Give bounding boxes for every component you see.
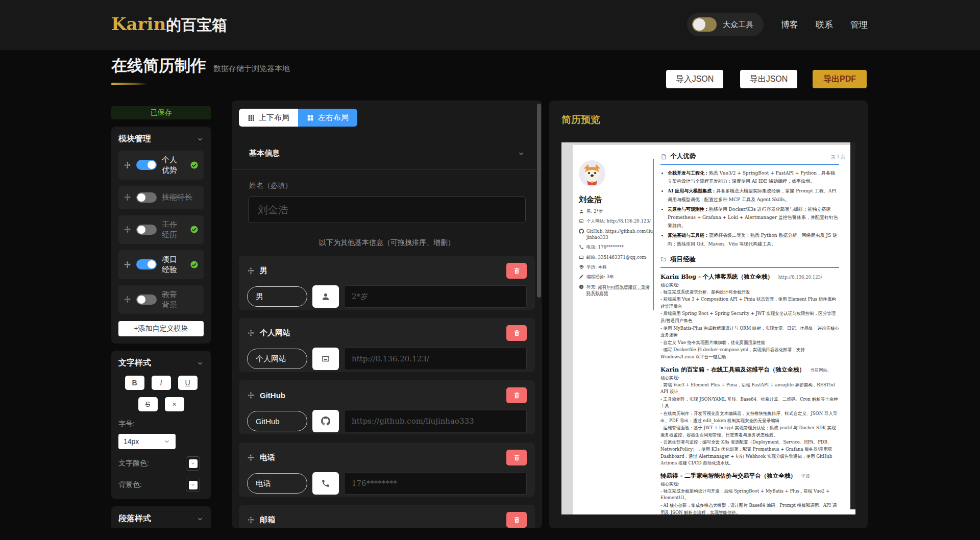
brand-rest-text: 的百宝箱 [166, 16, 227, 33]
field-label-input[interactable] [247, 286, 307, 307]
resume-detail-row: GitHub: https://github.com/liujinhao333 [579, 228, 653, 241]
tab-label: 左右布局 [318, 113, 349, 122]
nav-link-blog[interactable]: 博客 [781, 19, 798, 31]
module-toggle[interactable] [136, 160, 157, 170]
resume-detail-row: 男: 2*岁 [579, 208, 653, 214]
module-toggle[interactable] [136, 259, 157, 269]
preview-title: 简历预览 [561, 113, 855, 127]
export-pdf-button[interactable]: 导出PDF [813, 70, 867, 88]
field-value-input[interactable] [344, 348, 527, 370]
field-label-input[interactable] [247, 349, 307, 369]
font-size-select[interactable]: 14px [118, 434, 176, 449]
trash-icon [513, 267, 521, 275]
module-toggle[interactable] [136, 192, 157, 203]
module-label: 技能特长 [162, 192, 192, 202]
drag-handle-icon[interactable] [247, 267, 255, 275]
advantage-section-header: 个人优势 [660, 152, 839, 165]
drag-handle-icon[interactable] [247, 391, 255, 399]
brand-logo[interactable]: Karin的百宝箱 [111, 14, 227, 36]
text-color-label: 文字颜色: [118, 459, 149, 468]
bg-color-picker[interactable] [186, 478, 200, 492]
resume-detail-row: 电话: 176******** [579, 244, 653, 250]
module-toggle[interactable] [136, 225, 157, 235]
drag-handle-icon[interactable] [124, 193, 131, 201]
toggle-switch[interactable] [692, 17, 717, 32]
nav-link-contact[interactable]: 联系 [816, 19, 833, 31]
paragraph-style-header[interactable]: 段落样式 [118, 513, 204, 524]
delete-field-button[interactable] [506, 263, 527, 279]
delete-field-button[interactable] [506, 512, 527, 528]
module-toggle[interactable] [136, 294, 157, 305]
resume-detail-row: 个人网站: http://8.136.20.123/ [579, 218, 653, 224]
preview-scrollbar[interactable] [850, 142, 855, 514]
name-field-label: 姓名（必填） [239, 170, 535, 190]
chevron-down-icon [190, 461, 195, 466]
chevron-down-icon [197, 516, 204, 523]
projects-section-header: 项目经验 [660, 255, 839, 268]
drag-handle-icon[interactable] [247, 516, 255, 524]
font-size-label: 字号: [118, 420, 204, 429]
module-panel-header[interactable]: 模块管理 [118, 134, 204, 144]
export-json-button[interactable]: 导出JSON [740, 70, 797, 88]
page-title: 在线简历制作 [111, 55, 206, 77]
italic-button[interactable]: I [152, 376, 171, 390]
add-custom-module-button[interactable]: +添加自定义模块 [118, 321, 204, 336]
field-icon-button[interactable] [312, 472, 339, 495]
project-entry: Karin 的百宝箱 - 在线工具箱及运维平台（独立全栈）当前网站. 核心实现:… [660, 366, 839, 467]
page-subtitle: 数据存储于浏览器本地 [213, 64, 290, 73]
top-navbar: Karin的百宝箱 大众工具 博客 联系 管理 [0, 0, 980, 50]
field-icon-button[interactable] [312, 410, 339, 432]
drag-handle-icon[interactable] [124, 261, 131, 268]
field-title: 电话 [260, 453, 275, 462]
clear-format-button[interactable]: × [165, 397, 184, 411]
field-value-input[interactable] [344, 472, 527, 495]
field-value-input[interactable] [344, 410, 527, 432]
project-entry: 转易得 - 二手家电智能估价与交易平台（独立全栈）毕设 核心实现: - 独立完成… [660, 472, 839, 514]
basic-info-section-header[interactable]: 基本信息 [239, 136, 535, 169]
underline-button[interactable]: U [178, 376, 198, 390]
field-title: 个人网站 [260, 328, 290, 338]
check-circle-icon [190, 225, 199, 234]
field-card-github: GitHub [239, 380, 535, 434]
field-icon-button[interactable] [312, 285, 339, 308]
field-icon-button[interactable] [312, 348, 339, 370]
chevron-down-icon [197, 136, 204, 143]
advantage-item: 全栈开发与工程化：熟悉 Vue3/2 + SpringBoot + FastAP… [668, 169, 839, 185]
basic-info-title: 基本信息 [249, 149, 280, 158]
chevron-down-icon [197, 360, 204, 367]
strikethrough-button[interactable]: S [138, 397, 158, 411]
delete-field-button[interactable] [506, 387, 527, 403]
tab-horizontal-layout[interactable]: 左右布局 [298, 109, 357, 127]
public-tools-toggle[interactable]: 大众工具 [687, 13, 764, 36]
chevron-down-icon [190, 482, 195, 487]
module-item-projects: 项目 经验 [118, 250, 204, 279]
text-style-header[interactable]: 文字样式 [118, 358, 204, 369]
chevron-down-icon [518, 150, 525, 157]
import-json-button[interactable]: 导入JSON [666, 70, 723, 88]
drag-handle-icon[interactable] [247, 454, 255, 461]
tab-vertical-layout[interactable]: 上下布局 [239, 109, 298, 127]
field-label-input[interactable] [247, 411, 307, 431]
drag-handle-icon[interactable] [247, 329, 255, 337]
module-management-panel: 模块管理 个人 优势 技能特长 工作 经历 项目 经验 [111, 127, 211, 343]
preview-panel: 简历预览 第 1 页 [549, 101, 868, 528]
drag-handle-icon[interactable] [124, 226, 131, 233]
name-input[interactable] [248, 197, 526, 223]
delete-field-button[interactable] [506, 325, 527, 341]
module-item-skills: 技能特长 [118, 186, 204, 209]
resume-detail-row: 编程经验: 3年 [579, 274, 653, 280]
editor-scrollbar[interactable] [537, 104, 541, 298]
drag-handle-icon[interactable] [124, 296, 131, 303]
text-color-picker[interactable] [186, 456, 200, 471]
drag-handle-icon[interactable] [124, 161, 131, 169]
check-circle-icon [190, 161, 199, 169]
preview-scrollbar-corner [850, 509, 855, 514]
font-size-value: 14px [124, 437, 139, 446]
field-value-input[interactable] [344, 285, 527, 308]
nav-link-admin[interactable]: 管理 [850, 19, 868, 31]
grid-icon [307, 114, 314, 121]
advantage-item: 算法基础与工具链：蓝桥杯省级二等奖；熟悉 Python 数据分析、网络爬虫及 J… [668, 231, 839, 248]
delete-field-button[interactable] [506, 450, 527, 465]
field-label-input[interactable] [247, 473, 307, 494]
bold-button[interactable]: B [125, 376, 144, 390]
